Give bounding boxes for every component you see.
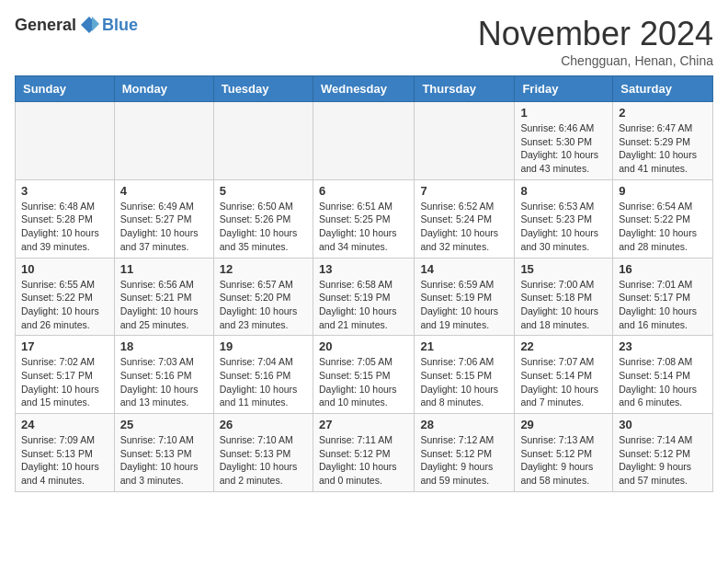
- logo-general: General: [15, 16, 76, 35]
- logo: General Blue: [15, 15, 138, 35]
- calendar-week-4: 17Sunrise: 7:02 AM Sunset: 5:17 PM Dayli…: [16, 336, 713, 414]
- weekday-header-wednesday: Wednesday: [313, 76, 414, 102]
- calendar-cell: 7Sunrise: 6:52 AM Sunset: 5:24 PM Daylig…: [415, 179, 515, 258]
- day-info: Sunrise: 6:58 AM Sunset: 5:19 PM Dayligh…: [319, 278, 408, 332]
- day-number: 24: [21, 418, 108, 431]
- weekday-header-saturday: Saturday: [613, 76, 713, 102]
- calendar-cell: 16Sunrise: 7:01 AM Sunset: 5:17 PM Dayli…: [613, 258, 713, 336]
- weekday-header-row: SundayMondayTuesdayWednesdayThursdayFrid…: [16, 76, 713, 102]
- calendar-cell: 1Sunrise: 6:46 AM Sunset: 5:30 PM Daylig…: [515, 102, 613, 180]
- calendar-cell: 12Sunrise: 6:57 AM Sunset: 5:20 PM Dayli…: [213, 258, 313, 336]
- day-number: 20: [319, 339, 408, 353]
- day-number: 26: [220, 418, 307, 431]
- day-info: Sunrise: 6:51 AM Sunset: 5:25 PM Dayligh…: [319, 200, 408, 254]
- day-info: Sunrise: 7:10 AM Sunset: 5:13 PM Dayligh…: [120, 433, 208, 488]
- day-number: 15: [520, 262, 607, 276]
- calendar-cell: [313, 102, 414, 180]
- calendar-cell: 21Sunrise: 7:06 AM Sunset: 5:15 PM Dayli…: [415, 336, 515, 414]
- day-number: 19: [220, 339, 307, 353]
- day-number: 4: [120, 184, 208, 198]
- weekday-header-friday: Friday: [515, 76, 613, 102]
- day-number: 3: [21, 184, 108, 198]
- day-info: Sunrise: 7:14 AM Sunset: 5:12 PM Dayligh…: [619, 433, 707, 488]
- svg-marker-1: [92, 17, 99, 31]
- day-info: Sunrise: 7:12 AM Sunset: 5:12 PM Dayligh…: [420, 433, 508, 488]
- day-info: Sunrise: 6:50 AM Sunset: 5:26 PM Dayligh…: [220, 200, 307, 254]
- calendar-cell: 4Sunrise: 6:49 AM Sunset: 5:27 PM Daylig…: [114, 179, 213, 258]
- calendar-cell: 24Sunrise: 7:09 AM Sunset: 5:13 PM Dayli…: [16, 414, 115, 492]
- day-number: 9: [619, 184, 707, 198]
- calendar-cell: 6Sunrise: 6:51 AM Sunset: 5:25 PM Daylig…: [313, 179, 414, 258]
- day-info: Sunrise: 7:13 AM Sunset: 5:12 PM Dayligh…: [520, 433, 607, 488]
- calendar-cell: 14Sunrise: 6:59 AM Sunset: 5:19 PM Dayli…: [415, 258, 515, 336]
- day-info: Sunrise: 6:48 AM Sunset: 5:28 PM Dayligh…: [21, 200, 108, 254]
- calendar-cell: 22Sunrise: 7:07 AM Sunset: 5:14 PM Dayli…: [515, 336, 613, 414]
- day-number: 23: [619, 339, 707, 353]
- calendar-cell: 28Sunrise: 7:12 AM Sunset: 5:12 PM Dayli…: [415, 414, 515, 492]
- day-number: 1: [520, 106, 607, 120]
- calendar-cell: [16, 102, 115, 180]
- day-info: Sunrise: 7:04 AM Sunset: 5:16 PM Dayligh…: [220, 355, 307, 409]
- logo-blue: Blue: [102, 16, 138, 35]
- calendar-week-5: 24Sunrise: 7:09 AM Sunset: 5:13 PM Dayli…: [16, 414, 713, 492]
- calendar-cell: 3Sunrise: 6:48 AM Sunset: 5:28 PM Daylig…: [16, 179, 115, 258]
- day-info: Sunrise: 7:00 AM Sunset: 5:18 PM Dayligh…: [520, 278, 607, 332]
- calendar-cell: 19Sunrise: 7:04 AM Sunset: 5:16 PM Dayli…: [213, 336, 313, 414]
- day-number: 22: [520, 339, 607, 353]
- weekday-header-monday: Monday: [114, 76, 213, 102]
- calendar-week-3: 10Sunrise: 6:55 AM Sunset: 5:22 PM Dayli…: [16, 258, 713, 336]
- calendar-cell: 26Sunrise: 7:10 AM Sunset: 5:13 PM Dayli…: [213, 414, 313, 492]
- calendar-cell: 23Sunrise: 7:08 AM Sunset: 5:14 PM Dayli…: [613, 336, 713, 414]
- day-number: 7: [420, 184, 508, 198]
- month-title: November 2024: [478, 15, 713, 53]
- day-info: Sunrise: 7:05 AM Sunset: 5:15 PM Dayligh…: [319, 355, 408, 409]
- day-number: 5: [220, 184, 307, 198]
- calendar-cell: 17Sunrise: 7:02 AM Sunset: 5:17 PM Dayli…: [16, 336, 115, 414]
- day-number: 11: [120, 262, 208, 276]
- day-number: 17: [21, 339, 108, 353]
- day-number: 30: [619, 418, 707, 431]
- day-info: Sunrise: 6:49 AM Sunset: 5:27 PM Dayligh…: [120, 200, 208, 254]
- day-info: Sunrise: 6:57 AM Sunset: 5:20 PM Dayligh…: [220, 278, 307, 332]
- calendar-cell: 20Sunrise: 7:05 AM Sunset: 5:15 PM Dayli…: [313, 336, 414, 414]
- day-number: 27: [319, 418, 408, 431]
- calendar-cell: 9Sunrise: 6:54 AM Sunset: 5:22 PM Daylig…: [613, 179, 713, 258]
- weekday-header-thursday: Thursday: [415, 76, 515, 102]
- calendar-cell: [114, 102, 213, 180]
- page-header: General Blue November 2024 Chengguan, He…: [15, 15, 713, 68]
- calendar-week-1: 1Sunrise: 6:46 AM Sunset: 5:30 PM Daylig…: [16, 102, 713, 180]
- day-number: 28: [420, 418, 508, 431]
- calendar-cell: 2Sunrise: 6:47 AM Sunset: 5:29 PM Daylig…: [613, 102, 713, 180]
- day-number: 6: [319, 184, 408, 198]
- calendar-table: SundayMondayTuesdayWednesdayThursdayFrid…: [15, 75, 713, 492]
- day-number: 25: [120, 418, 208, 431]
- logo-icon: [79, 15, 99, 35]
- day-info: Sunrise: 7:02 AM Sunset: 5:17 PM Dayligh…: [21, 355, 108, 409]
- calendar-cell: 13Sunrise: 6:58 AM Sunset: 5:19 PM Dayli…: [313, 258, 414, 336]
- day-info: Sunrise: 7:11 AM Sunset: 5:12 PM Dayligh…: [319, 433, 408, 488]
- calendar-cell: [415, 102, 515, 180]
- calendar-cell: 25Sunrise: 7:10 AM Sunset: 5:13 PM Dayli…: [114, 414, 213, 492]
- day-info: Sunrise: 6:46 AM Sunset: 5:30 PM Dayligh…: [520, 121, 607, 176]
- day-info: Sunrise: 6:54 AM Sunset: 5:22 PM Dayligh…: [619, 200, 707, 254]
- calendar-cell: [213, 102, 313, 180]
- day-info: Sunrise: 7:01 AM Sunset: 5:17 PM Dayligh…: [619, 278, 707, 332]
- day-number: 10: [21, 262, 108, 276]
- day-info: Sunrise: 7:09 AM Sunset: 5:13 PM Dayligh…: [21, 433, 108, 488]
- calendar-cell: 27Sunrise: 7:11 AM Sunset: 5:12 PM Dayli…: [313, 414, 414, 492]
- day-number: 16: [619, 262, 707, 276]
- day-info: Sunrise: 7:03 AM Sunset: 5:16 PM Dayligh…: [120, 355, 208, 409]
- calendar-cell: 10Sunrise: 6:55 AM Sunset: 5:22 PM Dayli…: [16, 258, 115, 336]
- day-info: Sunrise: 6:59 AM Sunset: 5:19 PM Dayligh…: [420, 278, 508, 332]
- calendar-cell: 30Sunrise: 7:14 AM Sunset: 5:12 PM Dayli…: [613, 414, 713, 492]
- day-number: 2: [619, 106, 707, 120]
- day-number: 12: [220, 262, 307, 276]
- day-info: Sunrise: 7:08 AM Sunset: 5:14 PM Dayligh…: [619, 355, 707, 409]
- calendar-cell: 5Sunrise: 6:50 AM Sunset: 5:26 PM Daylig…: [213, 179, 313, 258]
- day-info: Sunrise: 6:47 AM Sunset: 5:29 PM Dayligh…: [619, 121, 707, 176]
- day-number: 21: [420, 339, 508, 353]
- day-info: Sunrise: 6:52 AM Sunset: 5:24 PM Dayligh…: [420, 200, 508, 254]
- weekday-header-tuesday: Tuesday: [213, 76, 313, 102]
- calendar-cell: 11Sunrise: 6:56 AM Sunset: 5:21 PM Dayli…: [114, 258, 213, 336]
- day-info: Sunrise: 6:55 AM Sunset: 5:22 PM Dayligh…: [21, 278, 108, 332]
